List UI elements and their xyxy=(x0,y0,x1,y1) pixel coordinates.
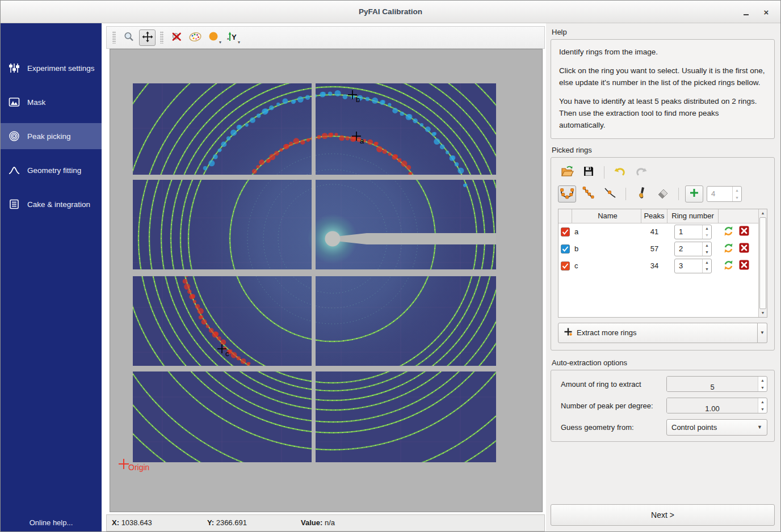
spin-down-icon[interactable]: ▼ xyxy=(703,249,711,256)
ring-visible-checkbox[interactable] xyxy=(561,244,570,254)
plus-icon xyxy=(689,188,699,200)
delete-ring-icon[interactable] xyxy=(739,226,749,238)
cursor-x-readout: X: 1038.643 xyxy=(112,518,152,527)
table-row[interactable]: a 41 1▲▼ xyxy=(559,223,758,240)
scroll-down-icon[interactable]: ▼ xyxy=(759,309,767,317)
new-ring-number-spinbox[interactable]: 4 ▲▼ xyxy=(707,186,742,202)
spin-up-icon[interactable]: ▲ xyxy=(703,225,711,232)
plot-statusbar: X: 1038.643 Y: 2366.691 Value: n/a xyxy=(106,514,545,531)
guess-geometry-combobox[interactable]: Control points ▼ xyxy=(666,419,767,436)
save-rings-button[interactable] xyxy=(580,164,598,181)
refresh-ring-icon[interactable] xyxy=(723,243,734,255)
zoom-reset-icon xyxy=(171,31,182,44)
mask-icon xyxy=(8,96,20,108)
redo-button[interactable] xyxy=(632,164,650,181)
ring-number-spinbox[interactable]: 3▲▼ xyxy=(674,259,712,273)
delete-ring-icon[interactable] xyxy=(739,243,749,255)
sidebar-item-label: Experiment settings xyxy=(27,64,95,73)
picked-rings-box: 4 ▲▼ Name Peaks Ring number xyxy=(551,157,775,351)
swatch-column-header xyxy=(559,209,572,223)
spin-up-icon[interactable]: ▲ xyxy=(758,398,767,406)
scroll-up-icon[interactable]: ▲ xyxy=(759,209,767,217)
auto-extraction-box: Amount of ring to extract 5 ▲▼ Number of… xyxy=(551,370,775,442)
extract-plus-icon xyxy=(564,327,573,338)
scrollbar-thumb[interactable] xyxy=(759,217,766,309)
spin-down-icon[interactable]: ▼ xyxy=(733,194,741,201)
ring-select-tool-button[interactable] xyxy=(558,185,576,202)
eraser-icon xyxy=(657,187,669,200)
next-button[interactable]: Next > xyxy=(551,504,775,526)
peak-per-degree-label: Number of peak per degree: xyxy=(558,402,666,410)
window-title: PyFAI Calibration xyxy=(359,7,422,16)
minimize-button[interactable] xyxy=(737,1,754,23)
sidebar-item-mask[interactable]: Mask xyxy=(1,89,102,115)
spin-up-icon[interactable]: ▲ xyxy=(703,242,711,249)
redo-icon xyxy=(635,166,648,179)
right-panel: Help Identify rings from the image. Clic… xyxy=(546,23,780,531)
spin-up-icon[interactable]: ▲ xyxy=(758,377,767,384)
ring-number-spinbox[interactable]: 1▲▼ xyxy=(674,225,712,239)
undo-button[interactable] xyxy=(611,164,629,181)
table-scrollbar[interactable]: ▲ ▼ xyxy=(758,209,767,317)
zoom-reset-button[interactable] xyxy=(168,29,184,46)
svg-text:b: b xyxy=(356,95,360,104)
diffraction-image-canvas[interactable]: a b c Origin xyxy=(110,49,543,512)
colormap-button[interactable] xyxy=(187,29,203,46)
table-row[interactable]: c 34 3▲▼ xyxy=(559,257,758,275)
spin-down-icon[interactable]: ▼ xyxy=(758,384,767,391)
open-folder-icon xyxy=(560,165,574,179)
sidebar-item-experiment-settings[interactable]: Experiment settings xyxy=(1,55,102,81)
table-header: Name Peaks Ring number xyxy=(559,209,758,223)
online-help-link[interactable]: Online help... xyxy=(1,518,102,527)
toolbar-grip xyxy=(160,31,163,44)
peak-per-degree-spinbox[interactable]: 1.00 ▲▼ xyxy=(666,398,767,413)
spin-down-icon[interactable]: ▼ xyxy=(758,406,767,413)
pan-icon xyxy=(142,31,153,44)
help-paragraph: You have to identify at least 5 peaks di… xyxy=(559,96,766,132)
extract-dropdown-button[interactable]: ▼ xyxy=(758,323,767,343)
ring-visible-checkbox[interactable] xyxy=(561,261,570,271)
actions-column-header xyxy=(719,209,758,223)
ring-number-spinbox[interactable]: 2▲▼ xyxy=(674,242,712,256)
table-row[interactable]: b 57 2▲▼ xyxy=(559,240,758,257)
peak-picking-icon xyxy=(8,130,20,142)
combo-arrow-icon: ▼ xyxy=(757,424,762,430)
peak-select-tool-button[interactable] xyxy=(601,185,619,202)
dropdown-arrow-icon: ▾ xyxy=(238,40,240,45)
spin-down-icon[interactable]: ▼ xyxy=(703,266,711,273)
svg-text:Origin: Origin xyxy=(128,463,149,472)
pan-mode-button[interactable] xyxy=(139,29,156,46)
extract-more-rings-button[interactable]: Extract more rings xyxy=(558,323,758,343)
spin-down-icon[interactable]: ▼ xyxy=(703,232,711,239)
peak-count: 34 xyxy=(641,261,667,270)
save-floppy-icon xyxy=(583,166,594,179)
marker-color-icon xyxy=(208,31,220,44)
delete-ring-icon[interactable] xyxy=(739,260,749,272)
ring-visible-checkbox[interactable] xyxy=(561,227,570,237)
ring-number-column-header: Ring number xyxy=(667,209,719,223)
experiment-settings-icon xyxy=(8,62,20,74)
geometry-fitting-icon xyxy=(8,164,20,176)
spin-up-icon[interactable]: ▲ xyxy=(703,259,711,266)
arc-select-tool-button[interactable] xyxy=(580,185,598,202)
refresh-ring-icon[interactable] xyxy=(723,260,734,272)
ring-name: c xyxy=(572,261,641,270)
zoom-mode-button[interactable] xyxy=(120,29,137,46)
plot-area: ▾ aY ▾ xyxy=(102,23,546,531)
marker-color-button[interactable]: ▾ xyxy=(205,29,222,46)
brush-tool-button[interactable] xyxy=(632,185,650,202)
eraser-tool-button[interactable] xyxy=(654,185,672,202)
sidebar-item-peak-picking[interactable]: Peak picking xyxy=(1,123,102,149)
close-button[interactable]: × xyxy=(758,1,775,23)
ring-amount-spinbox[interactable]: 5 ▲▼ xyxy=(666,376,767,392)
y-axis-orientation-button[interactable]: aY ▾ xyxy=(224,29,241,46)
help-paragraph: Click on the ring you want to select. Us… xyxy=(559,65,766,89)
add-ring-button[interactable] xyxy=(685,185,703,202)
sidebar-item-cake-integration[interactable]: Cake & integration xyxy=(1,191,102,217)
sidebar-item-geometry-fitting[interactable]: Geometry fitting xyxy=(1,157,102,183)
open-rings-button[interactable] xyxy=(558,164,576,181)
app-window: PyFAI Calibration × Experiment settings … xyxy=(0,0,781,532)
svg-text:a: a xyxy=(227,37,229,40)
spin-up-icon[interactable]: ▲ xyxy=(733,187,741,194)
refresh-ring-icon[interactable] xyxy=(723,226,734,238)
